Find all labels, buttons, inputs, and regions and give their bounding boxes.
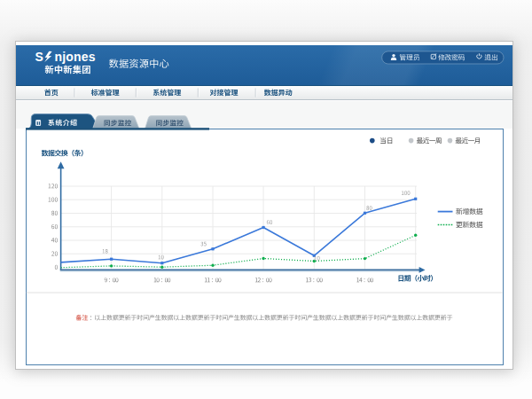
svg-text:S: S xyxy=(35,50,43,64)
svg-text:njones: njones xyxy=(55,50,96,64)
